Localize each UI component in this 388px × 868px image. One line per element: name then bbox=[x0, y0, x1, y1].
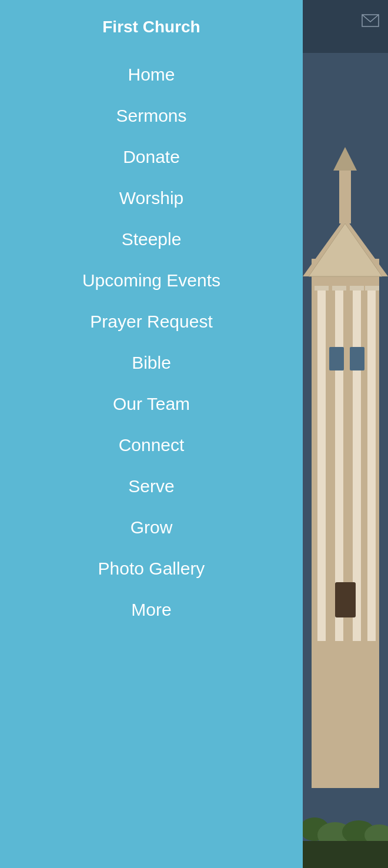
nav-link-home[interactable]: Home bbox=[0, 65, 303, 85]
nav-item-our-team: Our Team bbox=[0, 383, 303, 425]
nav-item-worship: Worship bbox=[0, 178, 303, 219]
nav-item-upcoming-events: Upcoming Events bbox=[0, 260, 303, 301]
nav-link-donate[interactable]: Donate bbox=[0, 147, 303, 167]
nav-link-steeple[interactable]: Steeple bbox=[0, 229, 303, 249]
nav-item-connect: Connect bbox=[0, 425, 303, 466]
nav-link-upcoming-events[interactable]: Upcoming Events bbox=[0, 271, 303, 291]
sidebar: First Church HomeSermonsDonateWorshipSte… bbox=[0, 0, 303, 868]
nav-link-bible[interactable]: Bible bbox=[0, 353, 303, 373]
svg-rect-20 bbox=[303, 841, 388, 868]
nav-item-bible: Bible bbox=[0, 342, 303, 383]
envelope-icon bbox=[362, 14, 379, 27]
svg-rect-15 bbox=[335, 582, 356, 617]
nav-link-worship[interactable]: Worship bbox=[0, 188, 303, 208]
church-image bbox=[303, 53, 388, 868]
nav-link-sermons[interactable]: Sermons bbox=[0, 106, 303, 126]
nav-item-grow: Grow bbox=[0, 507, 303, 548]
svg-rect-9 bbox=[315, 286, 329, 291]
nav-item-home: Home bbox=[0, 54, 303, 95]
app-title: First Church bbox=[102, 18, 200, 36]
svg-rect-13 bbox=[329, 347, 344, 370]
nav-link-connect[interactable]: Connect bbox=[0, 435, 303, 455]
nav-item-photo-gallery: Photo Gallery bbox=[0, 548, 303, 589]
nav-link-more[interactable]: More bbox=[0, 600, 303, 620]
nav-list: HomeSermonsDonateWorshipSteepleUpcoming … bbox=[0, 54, 303, 630]
nav-item-sermons: Sermons bbox=[0, 95, 303, 136]
svg-rect-10 bbox=[332, 286, 346, 291]
svg-rect-21 bbox=[339, 171, 351, 223]
svg-rect-6 bbox=[367, 288, 376, 641]
nav-item-steeple: Steeple bbox=[0, 219, 303, 260]
nav-item-prayer-request: Prayer Request bbox=[0, 301, 303, 342]
svg-rect-14 bbox=[350, 347, 364, 370]
nav-link-prayer-request[interactable]: Prayer Request bbox=[0, 312, 303, 332]
envelope-button[interactable] bbox=[359, 9, 382, 32]
nav-link-photo-gallery[interactable]: Photo Gallery bbox=[0, 559, 303, 579]
nav-item-donate: Donate bbox=[0, 136, 303, 178]
nav-item-serve: Serve bbox=[0, 466, 303, 507]
nav-item-more: More bbox=[0, 589, 303, 630]
nav-link-grow[interactable]: Grow bbox=[0, 518, 303, 538]
svg-rect-11 bbox=[350, 286, 364, 291]
svg-rect-12 bbox=[365, 286, 379, 291]
nav-link-serve[interactable]: Serve bbox=[0, 476, 303, 496]
nav-link-our-team[interactable]: Our Team bbox=[0, 394, 303, 414]
svg-rect-3 bbox=[317, 288, 326, 641]
